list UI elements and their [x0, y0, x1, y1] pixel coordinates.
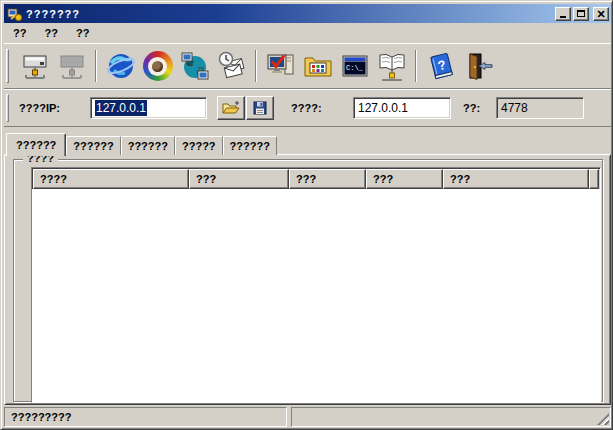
status-panel-left: ????????? — [4, 407, 287, 427]
address-label: ????: — [291, 102, 353, 114]
connect-button[interactable] — [16, 48, 53, 84]
tab-3[interactable]: ?????? — [121, 136, 175, 155]
viewer-button[interactable] — [139, 48, 176, 84]
port-input[interactable]: 4778 — [496, 97, 584, 119]
address-input-value: 127.0.0.1 — [358, 101, 408, 115]
maximize-icon — [577, 10, 585, 17]
column-header-5[interactable]: ??? — [443, 169, 589, 189]
toolbar-separator — [415, 50, 417, 82]
command-prompt-button[interactable]: C:\_ — [336, 48, 373, 84]
disconnect-button[interactable] — [53, 48, 90, 84]
column-header-4[interactable]: ??? — [366, 169, 443, 189]
save-floppy-icon — [252, 100, 268, 116]
app-window: ??????? ✕ ?? ?? ?? — [0, 0, 613, 430]
tab-1[interactable]: ?????? — [6, 133, 66, 156]
menu-item-1[interactable]: ?? — [4, 25, 35, 41]
list-view-header: ???? ??? ??? ??? ??? — [33, 169, 599, 189]
column-header-1[interactable]: ???? — [33, 169, 189, 189]
port-input-value: 4778 — [501, 101, 528, 115]
help-button[interactable]: ? — [422, 48, 459, 84]
status-panel-right — [291, 407, 611, 427]
menu-bar: ?? ?? ?? — [4, 23, 611, 43]
minimize-icon — [560, 16, 566, 18]
programs-button[interactable] — [299, 48, 336, 84]
port-label: ??: — [463, 102, 496, 114]
app-icon — [7, 6, 23, 22]
maximize-button[interactable] — [573, 7, 589, 21]
tab-strip: ?????? ?????? ?????? ????? ?????? — [6, 132, 277, 155]
close-icon: ✕ — [596, 9, 605, 19]
tab-2[interactable]: ?????? — [66, 136, 120, 155]
close-button[interactable]: ✕ — [593, 7, 609, 21]
title-bar: ??????? ✕ — [4, 4, 611, 23]
command-prompt-text: C:\_ — [346, 64, 364, 72]
open-button[interactable] — [217, 96, 245, 120]
list-view-body[interactable] — [32, 189, 600, 402]
list-view[interactable]: ???? ??? ??? ??? ??? — [31, 167, 601, 403]
open-folder-icon — [222, 100, 240, 116]
address-input[interactable]: 127.0.0.1 — [353, 97, 451, 119]
eye-viewer-icon — [143, 51, 173, 81]
column-header-2[interactable]: ??? — [189, 169, 289, 189]
window-title: ??????? — [26, 8, 553, 20]
mail-schedule-icon — [216, 50, 248, 82]
toolbar-separator — [95, 50, 97, 82]
menu-item-3[interactable]: ?? — [67, 25, 98, 41]
tab-4[interactable]: ????? — [175, 136, 223, 155]
network-connect-icon — [19, 50, 51, 82]
column-header-filler — [589, 169, 599, 189]
minimize-button[interactable] — [555, 7, 571, 21]
log-book-button[interactable] — [373, 48, 410, 84]
globe-computers-icon — [179, 50, 211, 82]
programs-folder-icon — [302, 50, 334, 82]
browser-button[interactable] — [102, 48, 139, 84]
system-check-button[interactable] — [262, 48, 299, 84]
ip-input-value: 127.0.0.1 — [95, 100, 147, 116]
connection-bar-gripper[interactable] — [6, 94, 9, 122]
ip-input[interactable]: 127.0.0.1 — [90, 97, 207, 119]
command-prompt-icon: C:\_ — [339, 50, 371, 82]
tab-5[interactable]: ?????? — [223, 136, 277, 155]
column-header-3[interactable]: ??? — [289, 169, 366, 189]
resize-grip[interactable] — [597, 413, 609, 425]
toolbar: C:\_ ? — [4, 43, 611, 89]
remote-network-button[interactable] — [176, 48, 213, 84]
save-button[interactable] — [246, 96, 274, 120]
connection-bar: ????IP: 127.0.0.1 ????: 127.0.0.1 ??: — [4, 89, 611, 127]
help-book-icon: ? — [425, 50, 457, 82]
menu-item-2[interactable]: ?? — [35, 25, 66, 41]
browser-globe-icon — [105, 50, 137, 82]
computer-check-icon — [265, 50, 297, 82]
book-network-icon — [376, 50, 408, 82]
exit-button[interactable] — [459, 48, 496, 84]
ip-label: ????IP: — [19, 102, 90, 114]
toolbar-gripper[interactable] — [6, 49, 9, 83]
exit-door-icon — [462, 50, 494, 82]
status-bar: ????????? — [4, 407, 611, 427]
network-disconnect-icon — [56, 50, 88, 82]
toolbar-separator — [255, 50, 257, 82]
mail-schedule-button[interactable] — [213, 48, 250, 84]
